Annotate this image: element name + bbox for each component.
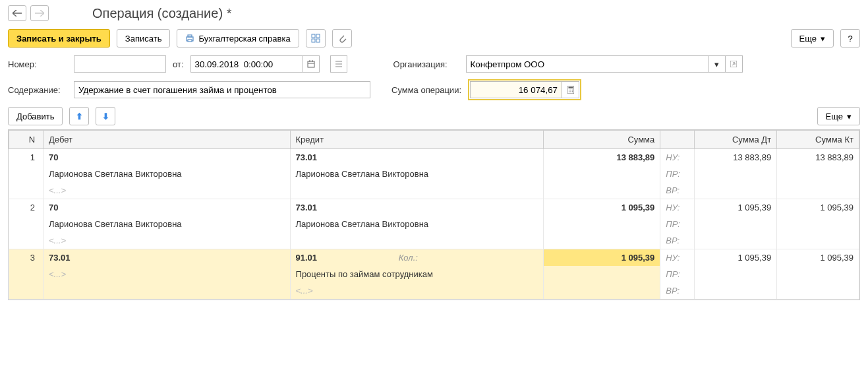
org-input[interactable] (466, 55, 709, 73)
add-row-button[interactable]: Добавить (8, 107, 63, 125)
amount[interactable]: 1 095,39 (544, 249, 660, 267)
number-input[interactable] (74, 55, 166, 73)
table-row[interactable]: Ларионова Светлана Викторовна Ларионова … (9, 216, 859, 232)
table-more-button[interactable]: Еще ▾ (817, 107, 860, 125)
row-n: 2 (9, 199, 43, 216)
svg-point-22 (571, 91, 572, 92)
debit-sub2: <...> (43, 182, 291, 199)
page-title: Операция (создание) * (92, 6, 231, 21)
save-close-button[interactable]: Записать и закрыть (8, 29, 110, 48)
calculator-button[interactable] (562, 81, 579, 98)
arrow-up-icon: ⬆ (76, 112, 83, 121)
col-n[interactable]: N (9, 131, 43, 149)
pr-label: ПР: (660, 216, 695, 232)
nu-label: НУ: (660, 199, 695, 216)
table-row-selected[interactable]: <...> Проценты по займам сотрудникам ПР: (9, 266, 859, 282)
vr-label: ВР: (660, 232, 695, 249)
credit-sub1: Ларионова Светлана Викторовна (290, 216, 544, 232)
table-row[interactable]: 1 70 73.01 13 883,89 НУ: 13 883,89 13 88… (9, 149, 859, 166)
form-row-desc: Содержание: Сумма операции: (8, 79, 860, 100)
form-row-number: Номер: от: Организация: ▾ (8, 55, 860, 73)
amount-dt: 1 095,39 (695, 249, 777, 267)
sum-label: Сумма операции: (391, 85, 461, 95)
sum-input[interactable] (470, 81, 562, 98)
svg-point-17 (568, 90, 569, 90)
amount-dt: 13 883,89 (695, 149, 777, 166)
top-nav: Операция (создание) * (8, 5, 860, 21)
vr-label: ВР: (660, 182, 695, 199)
col-amount[interactable]: Сумма (544, 131, 660, 149)
credit-sub1: Ларионова Светлана Викторовна (290, 166, 544, 182)
svg-point-20 (568, 91, 569, 92)
table-row[interactable]: <...> ВР: (9, 182, 859, 199)
amount-dt: 1 095,39 (695, 199, 777, 216)
more-button[interactable]: Еще ▾ (791, 29, 834, 48)
col-debit[interactable]: Дебет (43, 131, 291, 149)
col-amount-kt[interactable]: Сумма Кт (777, 131, 859, 149)
help-button[interactable]: ? (840, 29, 860, 48)
nu-label: НУ: (660, 149, 695, 166)
entries-table: N Дебет Кредит Сумма Сумма Дт Сумма Кт 1… (8, 129, 860, 300)
table-row-selected[interactable]: 3 73.01 91.01 Кол.: 1 095,39 НУ: 1 095,3… (9, 249, 859, 267)
table-row[interactable]: <...> ВР: (9, 232, 859, 249)
svg-rect-7 (308, 61, 314, 67)
chevron-down-icon: ▾ (847, 112, 852, 121)
credit-sub2 (290, 182, 544, 199)
credit-sub2: <...> (290, 282, 544, 300)
main-toolbar: Записать и закрыть Записать Бухгалтерска… (8, 29, 860, 48)
debit-sub1: <...> (43, 266, 291, 282)
amount-kt: 1 095,39 (777, 199, 859, 216)
credit-account: 73.01 (290, 149, 544, 166)
calendar-button[interactable] (303, 55, 320, 73)
chevron-down-icon: ▾ (821, 34, 825, 44)
amount-kt: 13 883,89 (777, 149, 859, 166)
svg-point-18 (570, 90, 571, 90)
debit-account: 70 (43, 149, 291, 166)
amount-kt: 1 095,39 (777, 249, 859, 267)
debit-account: 73.01 (43, 249, 291, 267)
print-icon (185, 34, 194, 43)
forward-button[interactable] (30, 5, 49, 21)
col-amount-dt[interactable]: Сумма Дт (695, 131, 777, 149)
attach-button[interactable] (332, 29, 352, 48)
desc-input[interactable] (74, 81, 370, 98)
back-button[interactable] (8, 5, 26, 21)
credit-account: 73.01 (290, 199, 544, 216)
col-type[interactable] (660, 131, 695, 149)
row-n: 3 (9, 249, 43, 267)
date-input[interactable] (190, 55, 303, 73)
date-label: от: (173, 59, 184, 69)
table-row[interactable]: 2 70 73.01 1 095,39 НУ: 1 095,39 1 095,3… (9, 199, 859, 216)
svg-rect-16 (568, 87, 573, 89)
org-dropdown-button[interactable]: ▾ (709, 55, 726, 73)
vr-label: ВР: (660, 282, 695, 300)
table-row-selected[interactable]: <...> ВР: (9, 282, 859, 300)
svg-rect-1 (188, 35, 192, 37)
list-button[interactable] (330, 55, 347, 73)
org-label: Организация: (393, 59, 459, 69)
move-up-button[interactable]: ⬆ (69, 107, 89, 125)
desc-label: Содержание: (8, 85, 67, 95)
org-open-button[interactable] (726, 55, 743, 73)
credit-sub2 (290, 232, 544, 249)
svg-rect-5 (312, 39, 315, 42)
move-down-button[interactable]: ⬇ (96, 107, 115, 125)
registers-button[interactable] (306, 29, 326, 48)
svg-rect-3 (312, 34, 315, 38)
credit-sub1: Проценты по займам сотрудникам (290, 266, 544, 282)
report-label: Бухгалтерская справка (198, 34, 290, 44)
debit-sub2: <...> (43, 232, 291, 249)
table-row[interactable]: Ларионова Светлана Викторовна Ларионова … (9, 166, 859, 182)
number-label: Номер: (8, 59, 67, 69)
amount: 1 095,39 (544, 199, 660, 216)
svg-point-19 (571, 90, 572, 90)
debit-account: 70 (43, 199, 291, 216)
col-credit[interactable]: Кредит (290, 131, 544, 149)
table-header-row: N Дебет Кредит Сумма Сумма Дт Сумма Кт (9, 131, 859, 149)
qty-label: Кол.: (399, 253, 418, 263)
save-button[interactable]: Записать (117, 29, 171, 48)
svg-rect-4 (316, 34, 320, 38)
svg-point-21 (570, 91, 571, 92)
accounting-report-button[interactable]: Бухгалтерская справка (177, 29, 299, 48)
arrow-down-icon: ⬇ (102, 112, 109, 121)
